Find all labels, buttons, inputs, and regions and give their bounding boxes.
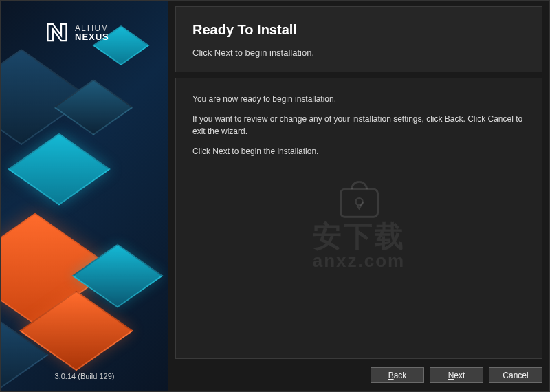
brand-logo-icon (45, 20, 69, 45)
watermark: 安下载 anxz.com (313, 181, 406, 270)
page-title: Ready To Install (192, 22, 525, 38)
back-button[interactable]: Back (371, 367, 424, 383)
version-label: 3.0.14 (Build 129) (1, 372, 168, 380)
svg-rect-0 (340, 189, 377, 217)
brand-logo: ALTIUM NEXUS (45, 20, 109, 45)
header-panel: Ready To Install Click Next to begin ins… (175, 6, 542, 72)
svg-point-1 (355, 198, 362, 205)
sidebar-decoration (1, 1, 168, 391)
brand-line1: ALTIUM (75, 24, 109, 32)
content-paragraph-1: You are now ready to begin installation. (192, 94, 525, 105)
installer-sidebar: ALTIUM NEXUS 3.0.14 (Build 129) (1, 1, 168, 391)
content-panel: You are now ready to begin installation.… (175, 78, 542, 359)
page-subtitle: Click Next to begin installation. (192, 47, 525, 58)
content-paragraph-3: Click Next to begin the installation. (192, 146, 525, 157)
button-bar: Back Next Cancel (175, 359, 542, 383)
cancel-button[interactable]: Cancel (489, 367, 542, 383)
content-paragraph-2: If you want to review or change any of y… (192, 113, 525, 138)
next-button[interactable]: Next (430, 367, 483, 383)
brand-line2: NEXUS (75, 32, 109, 41)
main-panel: Ready To Install Click Next to begin ins… (168, 1, 549, 391)
